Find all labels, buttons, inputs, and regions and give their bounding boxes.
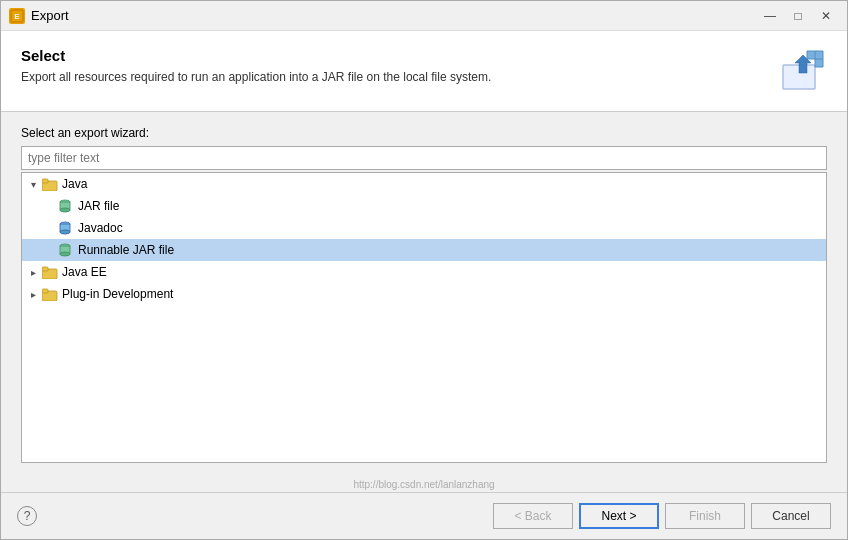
content-area: Select Export all resources required to … — [1, 31, 847, 539]
expand-arrow-java: ▾ — [26, 179, 40, 190]
footer: ? < Back Next > Finish Cancel — [1, 492, 847, 539]
svg-rect-8 — [42, 179, 48, 183]
export-icon — [779, 47, 827, 95]
minimize-button[interactable]: — — [757, 6, 783, 26]
tree-item-jar-label: JAR file — [78, 199, 119, 213]
header-description: Export all resources required to run an … — [21, 70, 491, 84]
window-controls: — □ ✕ — [757, 6, 839, 26]
footer-buttons: < Back Next > Finish Cancel — [493, 503, 831, 529]
jar-icon-runnable — [58, 243, 74, 257]
main-section: Select an export wizard: ▾ Java ▸ — [1, 112, 847, 477]
title-bar: E Export — □ ✕ — [1, 1, 847, 31]
watermark: http://blog.csdn.net/lanlanzhang — [1, 477, 847, 492]
tree-item-java-ee[interactable]: ▸ Java EE — [22, 261, 826, 283]
tree-item-plugin-label: Plug-in Development — [62, 287, 173, 301]
back-button[interactable]: < Back — [493, 503, 573, 529]
tree-item-javadoc[interactable]: ▸ Javadoc — [22, 217, 826, 239]
tree-item-java-label: Java — [62, 177, 87, 191]
cancel-button[interactable]: Cancel — [751, 503, 831, 529]
svg-rect-19 — [42, 267, 48, 271]
window-icon: E — [9, 8, 25, 24]
jar-icon-javadoc — [58, 221, 74, 235]
export-dialog: E Export — □ ✕ Select Export all resourc… — [0, 0, 848, 540]
svg-rect-21 — [42, 289, 48, 293]
filter-input[interactable] — [21, 146, 827, 170]
window-title: Export — [31, 8, 757, 23]
footer-left: ? — [17, 506, 37, 526]
tree-item-runnable-jar[interactable]: ▸ Runnable JAR file — [22, 239, 826, 261]
tree-item-java-ee-label: Java EE — [62, 265, 107, 279]
folder-icon-plugin — [42, 288, 58, 300]
expand-arrow-plugin: ▸ — [26, 289, 40, 300]
svg-text:E: E — [14, 12, 20, 21]
svg-point-17 — [60, 252, 70, 256]
folder-icon-java-ee — [42, 266, 58, 278]
finish-button[interactable]: Finish — [665, 503, 745, 529]
svg-point-11 — [60, 208, 70, 212]
header-section: Select Export all resources required to … — [1, 31, 847, 112]
folder-icon-java — [42, 178, 58, 190]
maximize-button[interactable]: □ — [785, 6, 811, 26]
tree-item-java[interactable]: ▾ Java — [22, 173, 826, 195]
tree-item-runnable-label: Runnable JAR file — [78, 243, 174, 257]
help-button[interactable]: ? — [17, 506, 37, 526]
svg-point-14 — [60, 230, 70, 234]
close-button[interactable]: ✕ — [813, 6, 839, 26]
tree-item-plugin-dev[interactable]: ▸ Plug-in Development — [22, 283, 826, 305]
tree-container[interactable]: ▾ Java ▸ — [21, 172, 827, 463]
next-button[interactable]: Next > — [579, 503, 659, 529]
jar-icon-jarfile — [58, 199, 74, 213]
expand-arrow-java-ee: ▸ — [26, 267, 40, 278]
header-text: Select Export all resources required to … — [21, 47, 491, 84]
header-title: Select — [21, 47, 491, 64]
wizard-label: Select an export wizard: — [21, 126, 827, 140]
tree-item-javadoc-label: Javadoc — [78, 221, 123, 235]
tree-item-jar-file[interactable]: ▸ JAR file — [22, 195, 826, 217]
